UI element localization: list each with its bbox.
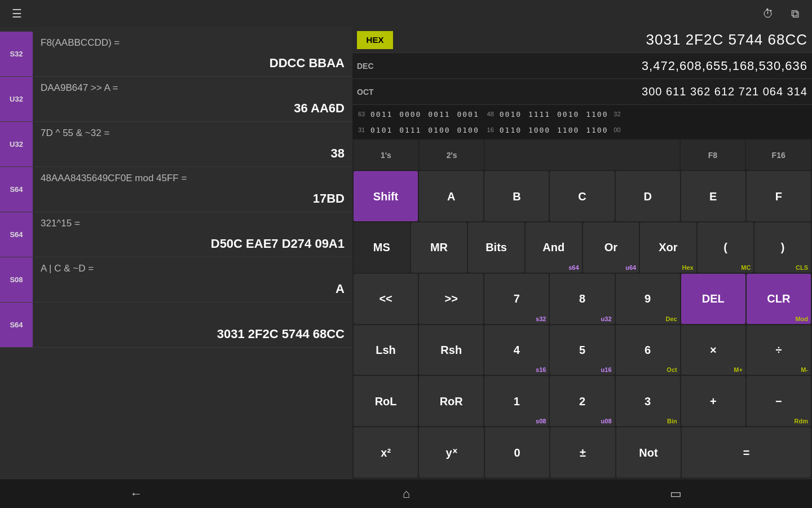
right-shift-btn[interactable]: >> — [419, 274, 483, 324]
bin-pos-00: 00 — [610, 126, 624, 133]
ones-complement-btn[interactable]: 1's — [354, 140, 418, 170]
btn-row-0: 1's 2's F8 F16 — [354, 140, 811, 170]
binary-row-low: 31 0101 0111 0100 0100 16 0110 1000 1100… — [352, 122, 812, 138]
history-content: 7D ^ 55 & ~32 = 38 — [33, 122, 352, 167]
history-result: D50C EAE7 D274 09A1 — [41, 237, 345, 251]
f8-btn[interactable]: F8 — [681, 140, 745, 170]
history-result: 17BD — [41, 191, 345, 206]
clock-icon[interactable]: ⏱ — [760, 6, 776, 21]
binary-row-high: 63 0011 0000 0011 0001 48 0010 1111 0010… — [352, 106, 812, 122]
lsh-btn[interactable]: Lsh — [354, 325, 418, 375]
bits-btn[interactable]: Bits — [468, 222, 524, 273]
btn-row-4: Lsh Rsh 4 s16 5 u16 6 Oct × — [354, 325, 811, 375]
f16-btn[interactable]: F16 — [746, 140, 811, 170]
history-content: DAA9B647 >> A = 36 AA6D — [33, 77, 352, 121]
top-bar: ☰ ⏱ ⧉ — [0, 0, 812, 27]
hex-label: HEX — [357, 31, 393, 49]
eight-btn[interactable]: 8 u32 — [550, 274, 614, 324]
left-shift-btn[interactable]: << — [354, 274, 418, 324]
clr-btn[interactable]: CLR Mod — [747, 274, 811, 324]
home-btn[interactable]: ⌂ — [380, 482, 433, 506]
plusminus-btn[interactable]: ± — [550, 427, 615, 478]
a-btn[interactable]: A — [419, 171, 483, 221]
menu-icon[interactable]: ☰ — [9, 6, 25, 21]
or-btn[interactable]: Or u64 — [583, 222, 639, 273]
history-expression: DAA9B647 >> A = — [41, 82, 345, 94]
history-item[interactable]: S64 48AAA8435649CF0E mod 45FF = 17BD — [0, 167, 352, 212]
twos-complement-btn[interactable]: 2's — [420, 140, 484, 170]
del-btn[interactable]: DEL — [681, 274, 745, 324]
oct-label: OCT — [357, 87, 396, 97]
history-item[interactable]: U32 DAA9B647 >> A = 36 AA6D — [0, 77, 352, 122]
lparen-btn[interactable]: ( MC — [698, 222, 754, 273]
dec-value: 3,472,608,655,168,530,636 — [401, 59, 807, 73]
btn-row-3: << >> 7 s32 8 u32 9 Dec DEL — [354, 274, 811, 324]
history-item[interactable]: S64 321^15 = D50C EAE7 D274 09A1 — [0, 212, 352, 257]
history-expression: 48AAA8435649CF0E mod 45FF = — [41, 173, 345, 184]
zero-btn[interactable]: 0 — [485, 427, 549, 478]
rsh-btn[interactable]: Rsh — [419, 325, 483, 375]
rol-btn[interactable]: RoL — [354, 376, 418, 426]
display-area: HEX 3031 2F2C 5744 68CC DEC 3,472,608,65… — [352, 27, 812, 139]
history-content: A | C & ~D = A — [33, 257, 352, 302]
six-btn[interactable]: 6 Oct — [616, 325, 680, 375]
history-panel: S32 F8(AABBCCDD) = DDCC BBAA U32 DAA9B64… — [0, 27, 352, 479]
btn-row-6: x² yˣ 0 ± Not = — [354, 427, 811, 478]
layers-icon[interactable]: ⧉ — [787, 6, 803, 21]
history-item[interactable]: S64 3031 2F2C 5744 68CC — [0, 303, 352, 348]
xor-btn[interactable]: Xor Hex — [640, 222, 696, 273]
calc-panel: HEX 3031 2F2C 5744 68CC DEC 3,472,608,65… — [352, 27, 812, 479]
btn-row-5: RoL RoR 1 s08 2 u08 3 Bin + — [354, 376, 811, 426]
history-expression: A | C & ~D = — [41, 263, 345, 274]
e-btn[interactable]: E — [681, 171, 745, 221]
divide-btn[interactable]: ÷ M- — [747, 325, 811, 375]
b-btn[interactable]: B — [484, 171, 549, 221]
shift-btn[interactable]: Shift — [354, 171, 418, 221]
oct-value: 300 611 362 612 721 064 314 — [401, 85, 807, 98]
main-content: S32 F8(AABBCCDD) = DDCC BBAA U32 DAA9B64… — [0, 27, 812, 479]
seven-btn[interactable]: 7 s32 — [484, 274, 549, 324]
hex-value: 3031 2F2C 5744 68CC — [398, 31, 807, 49]
c-btn[interactable]: C — [550, 171, 614, 221]
bin-group: 0010 1111 0010 1100 — [497, 110, 611, 119]
history-item[interactable]: U32 7D ^ 55 & ~32 = 38 — [0, 122, 352, 167]
bin-group: 0101 0111 0100 0100 — [368, 126, 482, 134]
nine-btn[interactable]: 9 Dec — [616, 274, 680, 324]
back-btn[interactable]: ← — [108, 482, 165, 506]
xsquared-btn[interactable]: x² — [354, 427, 418, 478]
ms-btn[interactable]: MS — [354, 222, 410, 273]
not-btn[interactable]: Not — [616, 427, 681, 478]
mr-btn[interactable]: MR — [411, 222, 467, 273]
recent-btn[interactable]: ▭ — [647, 482, 704, 506]
history-result: 36 AA6D — [41, 101, 345, 116]
history-badge: S64 — [0, 167, 33, 212]
one-btn[interactable]: 1 s08 — [484, 376, 549, 426]
bin-pos-31: 31 — [355, 126, 368, 133]
history-badge: U32 — [0, 122, 33, 167]
equals-btn[interactable]: = — [682, 427, 811, 478]
bin-group: 0011 0000 0011 0001 — [368, 110, 482, 119]
f-btn[interactable]: F — [747, 171, 811, 221]
rparen-btn[interactable]: ) CLS — [754, 222, 811, 273]
two-btn[interactable]: 2 u08 — [550, 376, 614, 426]
five-btn[interactable]: 5 u16 — [550, 325, 614, 375]
history-badge: U32 — [0, 77, 33, 121]
history-expression: F8(AABBCCDD) = — [41, 37, 345, 49]
history-badge: S64 — [0, 303, 33, 347]
plus-btn[interactable]: + — [681, 376, 745, 426]
multiply-btn[interactable]: × M+ — [681, 325, 745, 375]
yx-btn[interactable]: yˣ — [419, 427, 483, 478]
history-item[interactable]: S32 F8(AABBCCDD) = DDCC BBAA — [0, 32, 352, 77]
btn-row-1: Shift A B C D E F — [354, 171, 811, 221]
ror-btn[interactable]: RoR — [419, 376, 483, 426]
history-expression: 7D ^ 55 & ~32 = — [41, 128, 345, 139]
three-btn[interactable]: 3 Bin — [616, 376, 680, 426]
and-btn[interactable]: And s64 — [526, 222, 582, 273]
bin-group: 0110 1000 1100 1100 — [497, 126, 611, 134]
d-btn[interactable]: D — [616, 171, 680, 221]
history-result: 38 — [41, 146, 345, 161]
history-item[interactable]: S08 A | C & ~D = A — [0, 257, 352, 303]
four-btn[interactable]: 4 s16 — [484, 325, 549, 375]
minus-btn[interactable]: − Rdm — [747, 376, 811, 426]
bin-pos-63: 63 — [355, 111, 368, 117]
